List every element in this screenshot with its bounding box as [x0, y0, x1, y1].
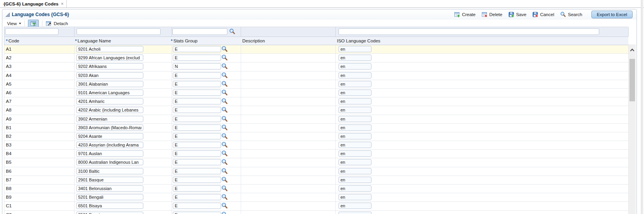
- table-row[interactable]: C2: [4, 211, 628, 214]
- stats-group-lookup-icon[interactable]: [221, 80, 228, 88]
- language-name-input[interactable]: [76, 194, 143, 200]
- language-name-input[interactable]: [76, 124, 143, 131]
- language-name-input[interactable]: [76, 133, 143, 139]
- column-header-description[interactable]: Description: [242, 38, 265, 43]
- table-row[interactable]: B1: [4, 124, 628, 132]
- language-name-filter-input[interactable]: [77, 28, 161, 35]
- code-cell[interactable]: B1: [6, 125, 11, 130]
- table-row[interactable]: C1: [4, 202, 628, 210]
- code-cell[interactable]: B4: [6, 151, 11, 156]
- code-cell[interactable]: A4: [6, 73, 11, 78]
- code-cell[interactable]: B8: [6, 186, 11, 191]
- iso-code-input[interactable]: [338, 72, 371, 79]
- table-row[interactable]: B8: [4, 185, 628, 193]
- stats-group-input[interactable]: [173, 203, 221, 209]
- code-cell[interactable]: A3: [6, 64, 11, 69]
- iso-code-input[interactable]: [338, 150, 371, 157]
- code-cell[interactable]: A6: [6, 90, 11, 95]
- table-row[interactable]: A1: [4, 45, 628, 54]
- code-cell[interactable]: C1: [6, 203, 12, 208]
- stats-group-input[interactable]: [173, 63, 221, 70]
- search-button[interactable]: Search: [560, 11, 582, 18]
- stats-group-input[interactable]: [173, 124, 221, 131]
- table-row[interactable]: A3: [4, 62, 628, 71]
- stats-group-input[interactable]: [173, 90, 221, 96]
- stats-group-input[interactable]: [173, 72, 221, 79]
- table-row[interactable]: A6: [4, 89, 628, 97]
- detach-button[interactable]: Detach: [46, 20, 68, 27]
- language-name-input[interactable]: [76, 168, 143, 174]
- language-name-input[interactable]: [76, 63, 143, 70]
- stats-group-lookup-icon[interactable]: [221, 202, 228, 209]
- table-row[interactable]: B9: [4, 193, 628, 202]
- iso-language-codes-filter-input[interactable]: [338, 28, 599, 35]
- iso-code-input[interactable]: [338, 185, 371, 192]
- code-cell[interactable]: B6: [6, 169, 11, 174]
- stats-group-lookup-icon[interactable]: [221, 185, 228, 192]
- stats-group-lookup-icon[interactable]: [221, 168, 228, 175]
- iso-code-input[interactable]: [338, 98, 371, 104]
- stats-group-input[interactable]: [173, 116, 221, 122]
- stats-group-input[interactable]: [173, 168, 221, 174]
- table-row[interactable]: A4: [4, 71, 628, 80]
- table-row[interactable]: B3: [4, 141, 628, 150]
- stats-group-input[interactable]: [173, 133, 221, 139]
- column-header-stats-group[interactable]: *Stats Group: [171, 38, 198, 43]
- stats-group-lookup-icon[interactable]: [221, 54, 228, 61]
- code-cell[interactable]: A9: [6, 117, 11, 121]
- stats-group-input[interactable]: [173, 46, 221, 52]
- stats-group-lookup-icon[interactable]: [221, 46, 228, 53]
- table-row[interactable]: A7: [4, 97, 628, 106]
- code-cell[interactable]: B9: [6, 195, 11, 199]
- stats-group-lookup-icon[interactable]: [221, 141, 228, 148]
- stats-group-input[interactable]: [173, 150, 221, 157]
- code-cell[interactable]: A1: [6, 47, 11, 51]
- query-by-example-toggle-button[interactable]: [28, 20, 39, 27]
- stats-group-input[interactable]: [173, 194, 221, 200]
- iso-code-input[interactable]: [338, 159, 371, 165]
- stats-group-lookup-icon[interactable]: [221, 72, 228, 79]
- cancel-button[interactable]: Cancel: [532, 11, 554, 18]
- iso-code-input[interactable]: [338, 46, 371, 52]
- code-cell[interactable]: B7: [6, 177, 11, 182]
- view-menu-button[interactable]: View: [7, 21, 21, 26]
- language-name-input[interactable]: [76, 98, 143, 104]
- iso-code-input[interactable]: [338, 90, 371, 96]
- table-row[interactable]: A9: [4, 115, 628, 124]
- table-row[interactable]: B6: [4, 167, 628, 176]
- create-button[interactable]: Create: [454, 11, 476, 18]
- stats-group-input[interactable]: [173, 212, 221, 214]
- stats-group-lookup-icon[interactable]: [221, 150, 228, 157]
- panel-collapse-triangle-icon[interactable]: [5, 13, 10, 17]
- stats-group-filter-input[interactable]: [172, 28, 227, 35]
- stats-group-input[interactable]: [173, 159, 221, 165]
- iso-code-input[interactable]: [338, 107, 371, 113]
- stats-group-lookup-icon[interactable]: [221, 176, 228, 183]
- stats-group-input[interactable]: [173, 185, 221, 192]
- code-cell[interactable]: A2: [6, 55, 11, 60]
- language-name-input[interactable]: [76, 90, 143, 96]
- iso-code-input[interactable]: [338, 142, 371, 148]
- tab-close-icon[interactable]: ×: [61, 2, 64, 6]
- stats-group-lookup-icon[interactable]: [221, 159, 228, 166]
- language-name-input[interactable]: [76, 81, 143, 87]
- language-name-input[interactable]: [76, 142, 143, 148]
- language-name-input[interactable]: [76, 116, 143, 122]
- language-name-input[interactable]: [76, 159, 143, 165]
- iso-code-input[interactable]: [338, 203, 371, 209]
- tab-language-codes[interactable]: {GCS-6} Language Codes ×: [1, 0, 67, 7]
- stats-group-lookup-icon[interactable]: [221, 124, 228, 131]
- iso-code-input[interactable]: [338, 124, 371, 131]
- stats-group-lookup-icon[interactable]: [221, 106, 228, 113]
- column-header-iso-language-codes[interactable]: ISO Language Codes: [337, 38, 381, 43]
- language-name-input[interactable]: [76, 46, 143, 52]
- code-cell[interactable]: C2: [6, 212, 12, 214]
- iso-code-input[interactable]: [338, 177, 371, 183]
- stats-group-input[interactable]: [173, 55, 221, 61]
- language-name-input[interactable]: [76, 203, 143, 209]
- language-name-input[interactable]: [76, 150, 143, 157]
- stats-group-lookup-icon[interactable]: [221, 115, 228, 123]
- code-cell[interactable]: A7: [6, 99, 11, 104]
- export-to-excel-button[interactable]: Export to Excel: [591, 11, 633, 18]
- stats-group-input[interactable]: [173, 142, 221, 148]
